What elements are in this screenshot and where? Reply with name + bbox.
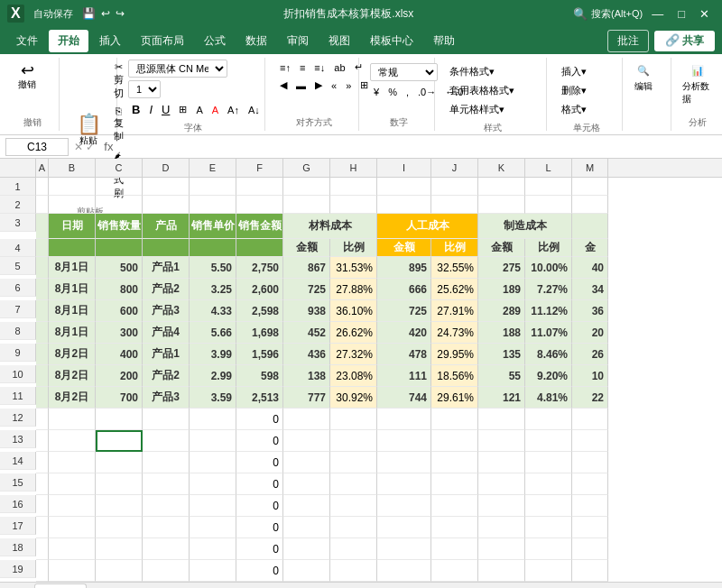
cell-mfg-amt-8[interactable]: 188 xyxy=(478,322,525,344)
cell-lab-ratio-10[interactable]: 18.56% xyxy=(431,365,478,387)
row-header-9[interactable]: 9 xyxy=(0,344,36,362)
cell-a5[interactable] xyxy=(36,257,49,279)
cell-mat-amt-10[interactable]: 138 xyxy=(283,365,330,387)
cell-c16[interactable] xyxy=(96,495,143,517)
cell-mfg-ratio-10[interactable]: 9.20% xyxy=(525,365,572,387)
row-header-2[interactable]: 2 xyxy=(0,196,36,214)
cell-mat-ratio-7[interactable]: 36.10% xyxy=(330,300,377,322)
cell-d4[interactable] xyxy=(143,239,190,257)
decrease-font-button[interactable]: A↓ xyxy=(245,103,264,117)
cell-b17[interactable] xyxy=(49,517,96,538)
cell-m10[interactable]: 10 xyxy=(572,365,608,387)
menu-data[interactable]: 数据 xyxy=(236,30,276,52)
conditional-format-button[interactable]: 条件格式▾ xyxy=(446,63,498,80)
cell-c14[interactable] xyxy=(96,452,143,473)
cell-i12[interactable] xyxy=(377,409,431,430)
percent-button[interactable]: % xyxy=(384,85,401,99)
cell-h13[interactable] xyxy=(330,430,377,452)
cell-e13[interactable] xyxy=(190,430,236,452)
cell-date-6[interactable]: 8月1日 xyxy=(49,279,96,300)
align-bottom-button[interactable]: ≡↓ xyxy=(310,60,329,75)
cell-f2[interactable] xyxy=(236,196,283,214)
fill-color-button[interactable]: A xyxy=(192,103,206,117)
cell-date-header[interactable]: 日期 xyxy=(49,214,96,239)
cell-lab-ratio-8[interactable]: 24.73% xyxy=(431,322,478,344)
cell-f1[interactable] xyxy=(236,178,283,196)
cell-m15[interactable] xyxy=(572,473,608,495)
cell-product-header[interactable]: 产品 xyxy=(143,214,190,239)
cell-b12[interactable] xyxy=(49,409,96,430)
cell-e1[interactable] xyxy=(190,178,236,196)
row-header-4[interactable]: 4 xyxy=(0,239,36,257)
cell-a14[interactable] xyxy=(36,452,49,473)
cell-labor-cost-header[interactable]: 人工成本 xyxy=(377,214,478,239)
col-header-j[interactable]: J xyxy=(431,159,478,177)
cell-sales-9[interactable]: 1,596 xyxy=(236,344,283,365)
cell-mfg-amt-9[interactable]: 135 xyxy=(478,344,525,365)
cell-j13[interactable] xyxy=(431,430,478,452)
cell-mfg-amt-7[interactable]: 289 xyxy=(478,300,525,322)
cell-m18[interactable] xyxy=(572,538,608,560)
cell-mfg-ratio-9[interactable]: 8.46% xyxy=(525,344,572,365)
cell-m4[interactable]: 金 xyxy=(572,239,608,257)
col-header-e[interactable]: E xyxy=(190,159,236,177)
cell-l19[interactable] xyxy=(525,560,572,582)
cell-mat-ratio-10[interactable]: 23.08% xyxy=(330,365,377,387)
minimize-button[interactable]: — xyxy=(646,5,669,23)
cell-h19[interactable] xyxy=(330,560,377,582)
cell-product-5[interactable]: 产品1 xyxy=(143,257,190,279)
cell-h1[interactable] xyxy=(330,178,377,196)
cell-d19[interactable] xyxy=(143,560,190,582)
row-header-14[interactable]: 14 xyxy=(0,452,36,470)
cell-c12[interactable] xyxy=(96,409,143,430)
cell-f4[interactable] xyxy=(236,239,283,257)
col-header-f[interactable]: F xyxy=(236,159,283,177)
search-ribbon-button[interactable]: 🔍 xyxy=(634,63,653,78)
cell-mat-amt-header[interactable]: 金额 xyxy=(283,239,330,257)
cell-mfg-ratio-header[interactable]: 比例 xyxy=(525,239,572,257)
cell-e19[interactable] xyxy=(190,560,236,582)
currency-button[interactable]: ¥ xyxy=(370,85,383,99)
cell-i14[interactable] xyxy=(377,452,431,473)
border-button[interactable]: ⊞ xyxy=(175,102,190,117)
cell-lab-ratio-6[interactable]: 25.62% xyxy=(431,279,478,300)
cell-a11[interactable] xyxy=(36,387,49,409)
align-top-button[interactable]: ≡↑ xyxy=(276,60,294,75)
format-cell-button[interactable]: 格式▾ xyxy=(558,101,590,118)
cell-l13[interactable] xyxy=(525,430,572,452)
menu-review[interactable]: 审阅 xyxy=(278,30,318,52)
cell-mfg-ratio-6[interactable]: 7.27% xyxy=(525,279,572,300)
cell-f16[interactable]: 0 xyxy=(236,495,283,517)
menu-page-layout[interactable]: 页面布局 xyxy=(132,30,193,52)
cell-price-5[interactable]: 5.50 xyxy=(190,257,236,279)
cell-l15[interactable] xyxy=(525,473,572,495)
cell-price-11[interactable]: 3.59 xyxy=(190,387,236,409)
cell-mat-ratio-5[interactable]: 31.53% xyxy=(330,257,377,279)
col-header-m[interactable]: M xyxy=(572,159,608,177)
cell-a8[interactable] xyxy=(36,322,49,344)
cell-sales-8[interactable]: 1,698 xyxy=(236,322,283,344)
cell-k14[interactable] xyxy=(478,452,525,473)
cell-g14[interactable] xyxy=(283,452,330,473)
share-button[interactable]: 🔗 共享 xyxy=(654,31,715,51)
cell-qty-5[interactable]: 500 xyxy=(96,257,143,279)
cell-d15[interactable] xyxy=(143,473,190,495)
row-header-5[interactable]: 5 xyxy=(0,257,36,275)
cell-f18[interactable]: 0 xyxy=(236,538,283,560)
cell-e16[interactable] xyxy=(190,495,236,517)
col-header-a[interactable]: A xyxy=(36,159,49,177)
cell-k1[interactable] xyxy=(478,178,525,196)
cell-qty-10[interactable]: 200 xyxy=(96,365,143,387)
cell-a17[interactable] xyxy=(36,517,49,538)
cell-l16[interactable] xyxy=(525,495,572,517)
cell-j1[interactable] xyxy=(431,178,478,196)
cell-i16[interactable] xyxy=(377,495,431,517)
menu-file[interactable]: 文件 xyxy=(7,30,47,52)
align-center-button[interactable]: ▬ xyxy=(292,78,310,93)
table-format-button[interactable]: 套用表格格式▾ xyxy=(446,82,518,99)
autosave-toggle[interactable]: 自动保存 xyxy=(30,5,77,23)
cell-e14[interactable] xyxy=(190,452,236,473)
cell-mfg-amt-header[interactable]: 金额 xyxy=(478,239,525,257)
cell-i1[interactable] xyxy=(377,178,431,196)
cell-mat-amt-11[interactable]: 777 xyxy=(283,387,330,409)
